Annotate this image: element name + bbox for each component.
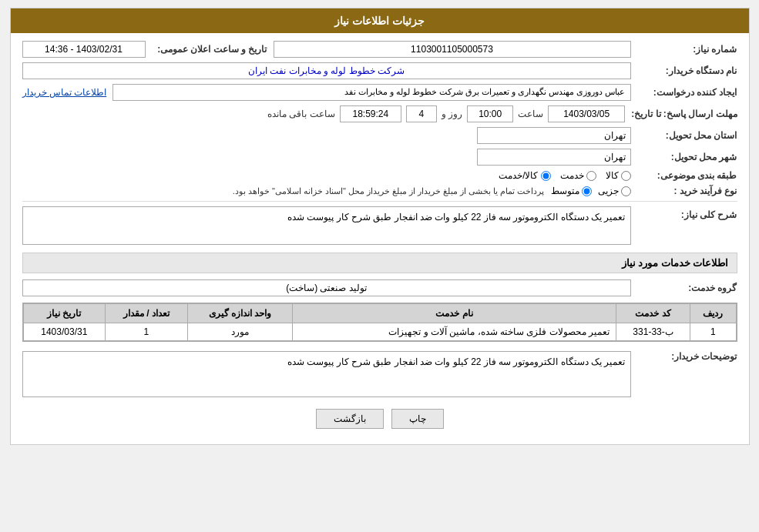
radio-khedmat-label: خدمت bbox=[560, 170, 584, 181]
grooh-khedmat-value: تولید صنعتی (ساخت) bbox=[22, 279, 631, 296]
tarikh-elan-value: 1403/02/31 - 14:36 bbox=[22, 41, 146, 58]
cell-tarikh: 1403/03/31 bbox=[23, 323, 106, 341]
name-dastgah-label: نام دستگاه خریدار: bbox=[637, 65, 737, 76]
col-tedad: تعداد / مقدار bbox=[106, 304, 188, 323]
tarikh-niaz-value: 1403/03/05 bbox=[548, 105, 625, 122]
farayand-desc: پرداخت تمام یا بخشی از مبلغ خریدار از مب… bbox=[233, 186, 545, 196]
divider-1 bbox=[22, 201, 737, 202]
services-table: ردیف کد خدمت نام خدمت واحد اندازه گیری ت… bbox=[23, 303, 737, 341]
ijad-konande-row: ایجاد کننده درخواست: عباس دوروزی مهندس ن… bbox=[22, 84, 737, 101]
bazgasht-button[interactable]: بازگشت bbox=[316, 409, 384, 429]
page-header: جزئیات اطلاعات نیاز bbox=[11, 8, 749, 33]
ostan-label: استان محل تحویل: bbox=[637, 130, 737, 141]
col-tarikh: تاریخ نیاز bbox=[23, 304, 106, 323]
radio-jozii-label: جزیی bbox=[598, 186, 619, 196]
header-title: جزئیات اطلاعات نیاز bbox=[334, 15, 425, 27]
shahr-value: تهران bbox=[477, 149, 631, 166]
radio-motavaset-label: متوسط bbox=[551, 186, 579, 196]
shomara-niaz-value: 1103001105000573 bbox=[274, 41, 631, 58]
nooe-farayand-row: نوع فرآیند خرید : جزیی متوسط پرداخت تمام… bbox=[22, 186, 737, 196]
radio-kala-input[interactable] bbox=[621, 171, 631, 181]
radio-kala-khedmat-label: کالا/خدمت bbox=[499, 170, 538, 181]
etelaeat-tamas-link[interactable]: اطلاعات تماس خریدار bbox=[22, 87, 107, 98]
tawzih-row: توضیحات خریدار: تعمیر یک دستگاه الکترومو… bbox=[22, 348, 737, 397]
radio-jozii-input[interactable] bbox=[621, 186, 631, 196]
nooe-farayand-label: نوع فرآیند خرید : bbox=[637, 186, 737, 196]
shomara-niaz-label: شماره نیاز: bbox=[637, 44, 737, 55]
cell-naam-khedmat: تعمیر محصولات فلزی ساخته شده، ماشین آلات… bbox=[293, 323, 616, 341]
process-row-group: جزیی متوسط پرداخت تمام یا بخشی از مبلغ خ… bbox=[233, 186, 631, 196]
grooh-khedmat-label: گروه خدمت: bbox=[637, 283, 737, 293]
cell-kod-khedmat: ب-33-331 bbox=[616, 323, 690, 341]
tawzih-value: تعمیر یک دستگاه الکتروموتور سه فاز 22 کی… bbox=[22, 351, 631, 397]
saat-label: ساعت bbox=[518, 109, 543, 119]
chap-button[interactable]: چاپ bbox=[391, 409, 444, 429]
tabagheh-row: طبقه بندی موضوعی: کالا خدمت کالا/خدمت bbox=[22, 170, 737, 181]
date-time-group: 1403/03/05 ساعت 10:00 روز و 4 18:59:24 س… bbox=[267, 105, 625, 122]
ostan-row: استان محل تحویل: تهران bbox=[22, 127, 737, 144]
col-kod-khedmat: کد خدمت bbox=[616, 304, 690, 323]
sharh-koli-label: شرح کلی نیاز: bbox=[637, 209, 737, 220]
radio-jozii: جزیی bbox=[598, 186, 631, 196]
ijad-konande-value: عباس دوروزی مهندس نگهداری و تعمیرات برق … bbox=[113, 84, 630, 101]
radio-kala: کالا bbox=[606, 170, 631, 181]
tawzih-label: توضیحات خریدار: bbox=[637, 351, 737, 362]
ijad-konande-label: ایجاد کننده درخواست: bbox=[637, 87, 737, 98]
table-header-row: ردیف کد خدمت نام خدمت واحد اندازه گیری ت… bbox=[23, 304, 736, 323]
shahr-label: شهر محل تحویل: bbox=[637, 152, 737, 162]
radio-kala-khedmat-input[interactable] bbox=[541, 171, 551, 181]
cell-radif: 1 bbox=[690, 323, 736, 341]
tarikh-elan-label: تاریخ و ساعت اعلان عمومی: bbox=[152, 44, 267, 55]
radio-khedmat-input[interactable] bbox=[586, 171, 596, 181]
main-container: جزئیات اطلاعات نیاز شماره نیاز: 11030011… bbox=[10, 8, 750, 445]
services-table-container: ردیف کد خدمت نام خدمت واحد اندازه گیری ت… bbox=[22, 303, 737, 342]
col-radif: ردیف bbox=[690, 304, 736, 323]
table-row: 1 ب-33-331 تعمیر محصولات فلزی ساخته شده،… bbox=[23, 323, 736, 341]
radio-kala-label: کالا bbox=[606, 170, 619, 181]
name-dastgah-row: نام دستگاه خریدار: شرکت خطوط لوله و مخاب… bbox=[22, 62, 737, 79]
radio-motavaset-input[interactable] bbox=[582, 186, 592, 196]
col-naam-khedmat: نام خدمت bbox=[293, 304, 616, 323]
cell-vahed: مورد bbox=[187, 323, 292, 341]
radio-khedmat: خدمت bbox=[560, 170, 596, 181]
col-vahed: واحد اندازه گیری bbox=[187, 304, 292, 323]
shahr-row: شهر محل تحویل: تهران bbox=[22, 149, 737, 166]
shomara-niaz-row: شماره نیاز: 1103001105000573 تاریخ و ساع… bbox=[22, 41, 737, 58]
buttons-row: چاپ بازگشت bbox=[22, 409, 737, 429]
mohlat-ersal-row: مهلت ارسال پاسخ: تا تاریخ: 1403/03/05 سا… bbox=[22, 105, 737, 122]
content-area: شماره نیاز: 1103001105000573 تاریخ و ساع… bbox=[11, 33, 749, 444]
mohlat-ersal-label: مهلت ارسال پاسخ: تا تاریخ: bbox=[631, 109, 737, 119]
rooz-label: روز و bbox=[442, 109, 462, 119]
radio-motavaset: متوسط bbox=[551, 186, 592, 196]
radio-kala-khedmat: کالا/خدمت bbox=[499, 170, 550, 181]
saat-value: 10:00 bbox=[467, 105, 513, 122]
tabagheh-radio-group: کالا خدمت کالا/خدمت bbox=[499, 170, 630, 181]
sharh-koli-row: شرح کلی نیاز: تعمیر یک دستگاه الکتروموتو… bbox=[22, 206, 737, 245]
saat-mande-label: ساعت باقی مانده bbox=[267, 109, 335, 119]
rooz-value: 4 bbox=[406, 105, 437, 122]
ostan-value: تهران bbox=[477, 127, 631, 144]
name-dastgah-value: شرکت خطوط لوله و مخابرات نفت ایران bbox=[22, 62, 631, 79]
cell-tedad: 1 bbox=[106, 323, 188, 341]
sharh-koli-value: تعمیر یک دستگاه الکتروموتور سه فاز 22 کی… bbox=[22, 206, 631, 245]
saat-mande-value: 18:59:24 bbox=[340, 105, 401, 122]
khadamat-section-title: اطلاعات خدمات مورد نیاز bbox=[22, 253, 737, 273]
tabagheh-label: طبقه بندی موضوعی: bbox=[637, 170, 737, 181]
grooh-khedmat-row: گروه خدمت: تولید صنعتی (ساخت) bbox=[22, 279, 737, 296]
